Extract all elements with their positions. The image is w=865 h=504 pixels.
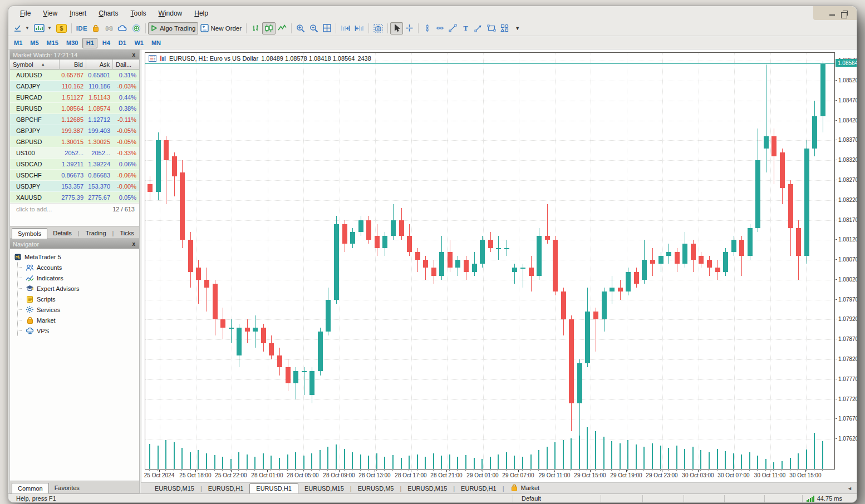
tab-common[interactable]: Common: [12, 483, 49, 493]
horizontal-line-tool[interactable]: [434, 22, 446, 34]
navigator-item-vps[interactable]: VPS: [18, 325, 139, 336]
daily-change: 0.06%: [113, 161, 139, 167]
menu-window[interactable]: Window: [153, 9, 189, 17]
navigator-item-market[interactable]: Market: [18, 315, 139, 325]
quotes-panel-icon[interactable]: [149, 55, 156, 62]
market-watch-row[interactable]: AUDUSD0.657870.658010.31%: [10, 70, 139, 81]
market-watch-row[interactable]: GBPCHF1.126851.12712-0.11%: [10, 114, 139, 125]
chart-tab-eurusd-m15[interactable]: EURUSD,M15: [149, 484, 200, 493]
new-order-button[interactable]: New Order: [198, 22, 244, 34]
crosshair-tool-button[interactable]: [403, 22, 416, 34]
deposit-button[interactable]: $: [54, 22, 69, 34]
tile-windows-button[interactable]: [321, 22, 333, 34]
tab-details[interactable]: Details: [47, 228, 77, 238]
market-watch-row[interactable]: XAUUSD2775.392775.670.05%: [10, 192, 139, 203]
chart-tab-eurusd-m15[interactable]: EURUSD,M15: [401, 484, 453, 493]
timeframe-m5[interactable]: M5: [27, 38, 42, 48]
tab-symbols[interactable]: Symbols: [12, 228, 47, 239]
navigator-item-expert-advisors[interactable]: Expert Advisors: [18, 283, 139, 294]
timeframe-m15[interactable]: M15: [43, 38, 62, 48]
auto-scroll-button[interactable]: [352, 22, 366, 34]
shapes-tool[interactable]: [498, 22, 511, 34]
market-watch-row[interactable]: US1002052...2052...-0.33%: [10, 147, 139, 159]
bar-chart-button[interactable]: [249, 22, 262, 34]
column-header-bid[interactable]: Bid: [60, 60, 86, 70]
market-watch-row[interactable]: EURUSD1.085641.085740.38%: [10, 103, 139, 114]
bid-value: 0.86673: [60, 172, 86, 179]
minimize-button[interactable]: [829, 14, 835, 16]
signals-button[interactable]: ((o)): [102, 22, 115, 34]
timeframe-w1[interactable]: W1: [131, 38, 147, 48]
market-watch-row[interactable]: CADJPY110.162110.186-0.03%: [10, 81, 139, 92]
market-watch-row[interactable]: GBPJPY199.387199.403-0.05%: [10, 125, 139, 136]
trend-arrow-tool[interactable]: [472, 22, 485, 34]
grid-line-h: [145, 121, 834, 121]
market-watch-row[interactable]: USDCHF0.866730.86683-0.06%: [10, 170, 139, 181]
price-axis[interactable]: 1.085701.085201.084701.084201.083701.083…: [835, 52, 857, 471]
tab-scroll-left-icon[interactable]: ◄: [847, 486, 852, 491]
timeframe-h1[interactable]: H1: [82, 38, 97, 48]
chart-tab-eurusd-m5[interactable]: EURUSD,M5: [352, 484, 400, 493]
chart-mode-button[interactable]: ▼: [11, 22, 32, 34]
candle-chart-button[interactable]: [262, 22, 276, 34]
screenshot-button[interactable]: [371, 22, 385, 34]
rectangle-tool[interactable]: [485, 22, 498, 34]
shift-end-button[interactable]: [338, 22, 352, 34]
zoom-in-button[interactable]: [294, 22, 307, 34]
line-chart-button[interactable]: [276, 22, 289, 34]
column-header-daily[interactable]: Dail...: [113, 60, 139, 70]
navigator-item-accounts[interactable]: Accounts: [18, 262, 139, 273]
navigator-root[interactable]: MetaTrader 5: [13, 251, 139, 262]
dom-icon[interactable]: [159, 55, 166, 62]
menu-help[interactable]: Help: [188, 9, 214, 17]
time-axis[interactable]: 25 Oct 202425 Oct 18:0025 Oct 22:0028 Oc…: [145, 470, 835, 480]
market-watch-row[interactable]: EURCAD1.511271.511430.44%: [10, 92, 139, 103]
cloud-button[interactable]: [115, 22, 130, 34]
navigator-item-services[interactable]: Services: [18, 304, 139, 315]
tab-ticks[interactable]: Ticks: [114, 228, 139, 238]
market-button[interactable]: [90, 22, 102, 34]
column-header-symbol[interactable]: Symbol ▲: [10, 60, 60, 70]
menu-file[interactable]: File: [14, 9, 37, 17]
close-icon[interactable]: x: [131, 52, 136, 58]
chart-plot[interactable]: EURUSD, H1: Euro vs US Dollar1.08489 1.0…: [145, 52, 835, 470]
profiles-button[interactable]: ▼: [32, 22, 54, 34]
chart-tab-market[interactable]: Market: [504, 483, 546, 493]
status-profile[interactable]: Default: [522, 495, 541, 502]
menu-tools[interactable]: Tools: [125, 9, 153, 17]
restore-button[interactable]: [843, 11, 848, 16]
vertical-line-tool[interactable]: [421, 22, 434, 34]
algo-trading-button[interactable]: Algo Trading: [148, 22, 198, 34]
text-tool[interactable]: T: [459, 22, 472, 34]
timeframe-d1[interactable]: D1: [115, 38, 130, 48]
click-to-add[interactable]: click to add...: [10, 206, 52, 213]
tab-trading[interactable]: Trading: [80, 228, 112, 238]
chart-tab-eurusd-m15[interactable]: EURUSD,M15: [298, 484, 350, 493]
market-watch-row[interactable]: GBPUSD1.300151.30025-0.05%: [10, 136, 139, 147]
tab-favorites[interactable]: Favorites: [49, 483, 85, 493]
market-watch-row[interactable]: USDCAD1.392111.392240.06%: [10, 159, 139, 170]
timeframe-m1[interactable]: M1: [11, 38, 26, 48]
close-icon[interactable]: x: [131, 241, 136, 247]
timeframe-m30[interactable]: M30: [63, 38, 81, 48]
timeframe-mn[interactable]: MN: [148, 38, 164, 48]
minor-tick: [563, 470, 563, 471]
chart-tab-eurusd-h1[interactable]: EURUSD,H1: [455, 484, 503, 493]
menu-insert[interactable]: Insert: [63, 9, 92, 17]
more-tools-button[interactable]: ▼: [511, 22, 524, 34]
menu-charts[interactable]: Charts: [92, 9, 124, 17]
ide-button[interactable]: IDE: [74, 22, 90, 34]
community-button[interactable]: [130, 22, 143, 34]
column-header-ask[interactable]: Ask: [86, 60, 113, 70]
navigator-item-scripts[interactable]: Scripts: [18, 294, 139, 304]
zoom-out-button[interactable]: [307, 22, 321, 34]
ask-value: 153.370: [86, 183, 113, 190]
market-watch-row[interactable]: USDJPY153.357153.370-0.00%: [10, 181, 139, 192]
cursor-tool-button[interactable]: [390, 22, 403, 34]
chart-tab-eurusd-h1[interactable]: EURUSD,H1: [249, 483, 298, 493]
menu-view[interactable]: View: [37, 9, 63, 17]
trendline-tool[interactable]: [446, 22, 459, 34]
timeframe-h4[interactable]: H4: [99, 38, 114, 48]
chart-tab-eurusd-h1[interactable]: EURUSD,H1: [202, 484, 250, 493]
navigator-item-indicators[interactable]: Indicators: [18, 273, 139, 283]
